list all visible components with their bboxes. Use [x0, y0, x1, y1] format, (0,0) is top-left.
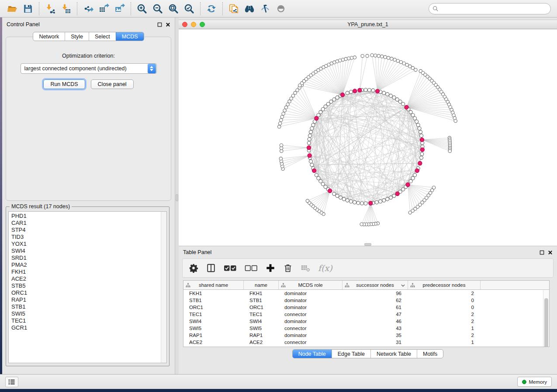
network-node[interactable]	[379, 200, 382, 203]
mcds-hub-node[interactable]	[307, 146, 311, 150]
network-leaf-node[interactable]	[361, 54, 364, 57]
toggle-columns-button[interactable]	[206, 261, 216, 275]
mcds-hub-node[interactable]	[375, 89, 379, 93]
network-canvas[interactable]	[179, 29, 557, 246]
network-node[interactable]	[420, 152, 424, 156]
float-panel-icon[interactable]	[157, 22, 162, 27]
mcds-list-scrollbar[interactable]	[161, 212, 166, 363]
mcds-hub-node[interactable]	[405, 105, 408, 109]
export-image-button[interactable]	[112, 2, 128, 16]
network-node[interactable]	[326, 102, 330, 106]
network-node[interactable]	[308, 138, 311, 141]
table-row[interactable]: ORC1ORC1dominator610	[183, 304, 549, 311]
float-table-panel-icon[interactable]	[540, 250, 544, 255]
table-scrollbar[interactable]	[543, 290, 549, 347]
horizontal-splitter-grip[interactable]	[364, 243, 371, 246]
network-node[interactable]	[339, 196, 343, 199]
deselect-all-button[interactable]	[245, 261, 258, 275]
network-node[interactable]	[413, 117, 417, 120]
network-leaf-node[interactable]	[448, 149, 451, 152]
network-node[interactable]	[401, 188, 405, 191]
network-leaf-node[interactable]	[280, 118, 283, 121]
network-node[interactable]	[349, 200, 353, 203]
network-leaf-node[interactable]	[284, 106, 287, 109]
import-network-button[interactable]	[42, 2, 58, 16]
mcds-hub-node[interactable]	[420, 138, 424, 142]
network-leaf-node[interactable]	[360, 223, 363, 226]
network-node[interactable]	[386, 197, 389, 201]
mcds-result-item[interactable]: SRD1	[9, 254, 160, 261]
network-leaf-node[interactable]	[347, 57, 350, 60]
table-row[interactable]: YOX1YOX1connector291	[183, 346, 549, 347]
mcds-result-item[interactable]: GCR1	[9, 324, 160, 331]
export-network-button[interactable]	[80, 2, 96, 16]
table-scrollbar-thumb[interactable]	[544, 298, 548, 347]
column-header-predecessor-nodes[interactable]: predecessor nodes	[408, 281, 481, 289]
criterion-select[interactable]: largest connected component (undirected)	[21, 63, 157, 74]
open-file-button[interactable]	[4, 2, 20, 16]
delete-column-button[interactable]	[283, 261, 293, 275]
network-leaf-node[interactable]	[278, 122, 281, 125]
mcds-hub-node[interactable]	[415, 168, 419, 172]
table-tab-node-table[interactable]: Node Table	[293, 350, 332, 358]
network-leaf-node[interactable]	[370, 54, 374, 57]
network-node[interactable]	[310, 163, 314, 167]
mcds-result-item[interactable]: STP4	[9, 227, 160, 234]
network-node[interactable]	[307, 141, 311, 144]
network-node[interactable]	[324, 185, 327, 189]
network-node[interactable]	[386, 93, 389, 96]
network-node[interactable]	[346, 91, 349, 95]
network-node[interactable]	[315, 173, 318, 177]
tab-mcds[interactable]: MCDS	[116, 32, 144, 41]
network-node[interactable]	[346, 199, 349, 202]
network-leaf-node[interactable]	[381, 55, 384, 58]
splitter-grip[interactable]	[176, 194, 178, 201]
vertical-splitter[interactable]	[175, 17, 179, 374]
export-table-button[interactable]	[96, 2, 112, 16]
network-node[interactable]	[420, 134, 423, 138]
hide-selected-button[interactable]	[257, 2, 273, 16]
network-node[interactable]	[319, 179, 322, 183]
network-leaf-node[interactable]	[408, 211, 412, 214]
run-mcds-button[interactable]: Run MCDS	[43, 79, 85, 89]
import-table-button[interactable]	[58, 2, 74, 16]
mcds-hub-node[interactable]	[308, 154, 311, 158]
network-node[interactable]	[342, 197, 346, 201]
table-tab-edge-table[interactable]: Edge Table	[332, 350, 370, 358]
close-table-panel-icon[interactable]	[548, 250, 553, 255]
network-leaf-node[interactable]	[366, 54, 369, 57]
network-leaf-node[interactable]	[286, 103, 289, 106]
network-leaf-node[interactable]	[402, 62, 405, 65]
network-view[interactable]	[179, 29, 557, 246]
network-leaf-node[interactable]	[283, 109, 286, 112]
network-node[interactable]	[309, 130, 312, 134]
network-node[interactable]	[349, 90, 353, 93]
show-all-button[interactable]	[273, 2, 289, 16]
add-column-button[interactable]	[266, 261, 275, 275]
mcds-hub-node[interactable]	[418, 161, 422, 165]
network-leaf-node[interactable]	[390, 57, 393, 60]
new-network-from-selection-button[interactable]	[226, 2, 242, 16]
mcds-hub-node[interactable]	[369, 201, 373, 205]
table-row[interactable]: TEC1TEC1connector472	[183, 311, 549, 318]
network-leaf-node[interactable]	[384, 55, 387, 58]
network-leaf-node[interactable]	[288, 100, 291, 103]
network-node[interactable]	[416, 123, 420, 127]
network-node[interactable]	[353, 201, 356, 204]
network-leaf-node[interactable]	[291, 94, 294, 97]
network-node[interactable]	[336, 96, 339, 99]
table-row[interactable]: FKH1FKH1dominator962	[183, 290, 549, 297]
network-node[interactable]	[321, 107, 325, 111]
mcds-result-item[interactable]: SWI5	[9, 310, 160, 317]
network-node[interactable]	[418, 127, 421, 130]
network-leaf-node[interactable]	[353, 56, 356, 59]
network-node[interactable]	[401, 102, 405, 106]
network-node[interactable]	[413, 173, 417, 177]
mcds-hub-node[interactable]	[315, 116, 318, 120]
network-leaf-node[interactable]	[414, 68, 417, 71]
network-node[interactable]	[371, 89, 375, 92]
mcds-result-item[interactable]: FKH1	[9, 268, 160, 275]
panel-list-button[interactable]	[5, 377, 18, 387]
network-node[interactable]	[308, 134, 311, 138]
network-node[interactable]	[392, 96, 396, 99]
